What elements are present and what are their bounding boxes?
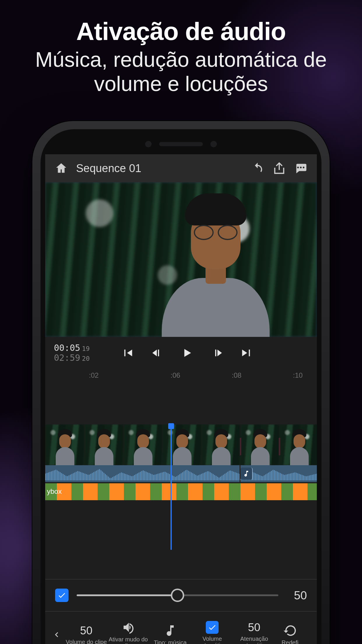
promo-headline: Ativação de áudio — [0, 17, 362, 46]
phone-sensors — [45, 134, 317, 154]
transport-bar: 00:0519 02:5920 — [45, 337, 317, 369]
slider-enable-checkbox[interactable] — [55, 589, 68, 602]
timeline[interactable]: Title 01 — [45, 424, 317, 550]
play-icon[interactable] — [180, 346, 194, 360]
app-bar: Sequence 01 — [45, 154, 317, 182]
music-note-icon[interactable] — [240, 468, 253, 480]
video-preview[interactable] — [45, 182, 317, 337]
option-volume-clip[interactable]: 50 Volume do clipe — [66, 624, 107, 644]
slider-value: 50 — [287, 589, 307, 602]
option-auto-attenuation[interactable]: 50 Atenuação automática — [233, 621, 275, 644]
option-reset[interactable]: Redefi — [275, 624, 305, 644]
option-type-music[interactable]: Tipo: música — [150, 624, 191, 644]
volume-slider-row: 50 — [45, 579, 317, 611]
share-icon[interactable] — [273, 162, 286, 175]
frame-fwd-icon[interactable] — [210, 346, 224, 360]
home-icon[interactable] — [55, 162, 68, 175]
promo-subline: Música, redução automática de volume e l… — [0, 48, 362, 96]
audio-options-strip: 50 Volume do clipe Ativar mudo do clipe … — [45, 611, 317, 644]
skip-start-icon[interactable] — [121, 346, 134, 360]
time-ruler[interactable]: :02 :06 :08 :10 — [45, 369, 317, 386]
music-strip-label: ybox — [47, 487, 62, 496]
playhead[interactable] — [171, 424, 172, 550]
timecode: 00:0519 02:5920 — [54, 343, 90, 363]
app-screen: Sequence 01 — [45, 154, 317, 644]
audio-track-1[interactable] — [45, 465, 317, 482]
auto-volume-checkbox[interactable] — [206, 621, 219, 634]
undo-icon[interactable] — [251, 162, 264, 175]
sequence-title[interactable]: Sequence 01 — [76, 162, 243, 175]
chat-icon[interactable] — [294, 162, 307, 175]
phone-frame: Sequence 01 — [32, 121, 330, 644]
reset-icon — [283, 624, 297, 638]
option-mute-clip[interactable]: Ativar mudo do clipe — [108, 620, 149, 644]
option-auto-volume[interactable]: Volume automático — [191, 621, 233, 644]
speaker-icon — [121, 620, 135, 634]
skip-end-icon[interactable] — [240, 346, 253, 360]
volume-slider[interactable] — [77, 594, 278, 596]
slider-knob[interactable] — [171, 589, 184, 602]
video-track[interactable] — [45, 424, 317, 465]
audio-track-2[interactable]: ybox — [45, 483, 317, 500]
frame-back-icon[interactable] — [151, 346, 164, 360]
music-note-icon — [163, 624, 177, 638]
chevron-left-icon[interactable] — [48, 630, 65, 640]
